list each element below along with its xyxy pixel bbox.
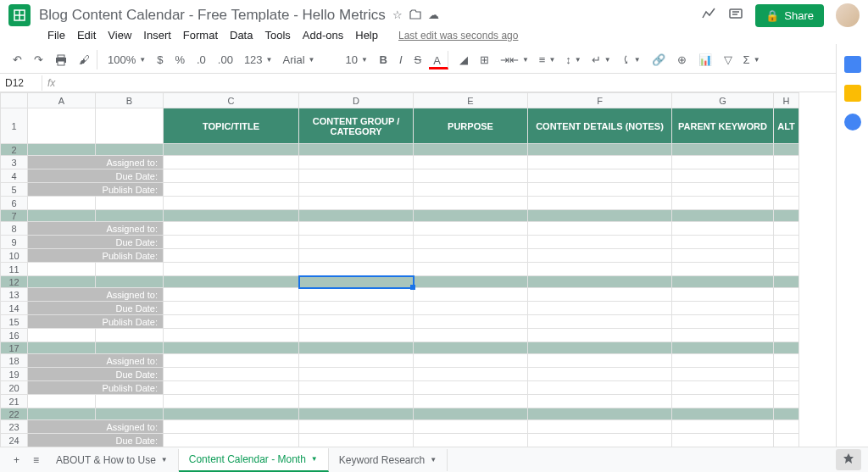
cell[interactable] — [164, 342, 299, 354]
cell[interactable] — [414, 169, 528, 183]
cell[interactable] — [414, 395, 528, 408]
explore-button[interactable] — [836, 449, 861, 470]
cell[interactable] — [528, 249, 672, 263]
cell[interactable] — [528, 420, 672, 434]
cell[interactable]: Assigned to: — [28, 222, 164, 236]
cell[interactable] — [528, 381, 672, 395]
cell[interactable] — [414, 420, 528, 434]
cell[interactable]: Assigned to: — [28, 288, 164, 302]
cell[interactable]: PARENT KEYWORD — [672, 108, 774, 144]
cell[interactable] — [299, 434, 414, 447]
cell[interactable] — [299, 144, 414, 156]
row-header[interactable]: 15 — [1, 315, 28, 329]
account-avatar[interactable] — [836, 3, 860, 27]
cell[interactable] — [414, 381, 528, 395]
keep-addon-icon[interactable] — [844, 85, 861, 102]
cell[interactable] — [774, 315, 799, 329]
cell[interactable] — [96, 329, 164, 342]
cell[interactable] — [414, 408, 528, 420]
cell[interactable] — [672, 420, 774, 434]
cell[interactable] — [96, 276, 164, 288]
functions-button[interactable]: Σ▼ — [740, 52, 764, 68]
cell[interactable]: Assigned to: — [28, 156, 164, 169]
cell[interactable] — [774, 302, 799, 315]
cell[interactable] — [672, 329, 774, 342]
cell[interactable] — [299, 420, 414, 434]
cell[interactable] — [774, 169, 799, 183]
cell[interactable] — [164, 236, 299, 249]
cell[interactable] — [528, 169, 672, 183]
cell[interactable]: Due Date: — [28, 236, 164, 249]
cell[interactable]: Due Date: — [28, 434, 164, 447]
menu-edit[interactable]: Edit — [72, 27, 101, 43]
cell[interactable] — [164, 302, 299, 315]
cell[interactable] — [774, 288, 799, 302]
font-dropdown[interactable]: Arial▼ — [280, 52, 339, 68]
cell[interactable] — [28, 395, 96, 408]
menu-addons[interactable]: Add-ons — [298, 27, 348, 43]
format-dropdown[interactable]: 123▼ — [241, 52, 276, 68]
cell[interactable] — [528, 342, 672, 354]
bold-button[interactable]: B — [376, 50, 392, 69]
cell[interactable] — [96, 108, 164, 144]
cell[interactable] — [528, 276, 672, 288]
cell[interactable] — [414, 156, 528, 169]
menu-view[interactable]: View — [103, 27, 136, 43]
share-button[interactable]: 🔒 Share — [755, 4, 824, 27]
cell[interactable] — [299, 381, 414, 395]
cell[interactable] — [672, 395, 774, 408]
cell[interactable] — [96, 408, 164, 420]
cell[interactable] — [774, 395, 799, 408]
cell[interactable] — [774, 210, 799, 222]
menu-file[interactable]: File — [42, 27, 70, 43]
cell[interactable] — [28, 329, 96, 342]
cell[interactable] — [672, 408, 774, 420]
wrap-button[interactable]: ↵▼ — [588, 52, 615, 68]
cell[interactable] — [28, 263, 96, 276]
col-header[interactable]: B — [96, 93, 164, 108]
cell[interactable] — [164, 315, 299, 329]
move-icon[interactable] — [409, 8, 421, 23]
cell[interactable] — [528, 156, 672, 169]
all-sheets-button[interactable]: ≡ — [26, 451, 46, 469]
halign-button[interactable]: ≡▼ — [536, 52, 559, 68]
cell[interactable] — [528, 329, 672, 342]
cell[interactable]: CONTENT GROUP / CATEGORY — [299, 108, 414, 144]
menu-help[interactable]: Help — [350, 27, 383, 43]
cell[interactable] — [528, 434, 672, 447]
cell[interactable] — [528, 315, 672, 329]
cell[interactable] — [414, 342, 528, 354]
cell[interactable] — [164, 263, 299, 276]
cell[interactable] — [299, 263, 414, 276]
cell[interactable] — [414, 197, 528, 210]
col-header[interactable]: G — [672, 93, 774, 108]
cell[interactable] — [528, 263, 672, 276]
fill-color-button[interactable]: ◢ — [455, 50, 472, 69]
cell[interactable] — [299, 368, 414, 381]
cell[interactable] — [414, 249, 528, 263]
cell[interactable] — [672, 210, 774, 222]
cell[interactable] — [414, 210, 528, 222]
cell[interactable] — [28, 276, 96, 288]
row-header[interactable]: 20 — [1, 381, 28, 395]
merge-button[interactable]: ⇥⇤▼ — [497, 52, 532, 68]
cell[interactable] — [299, 395, 414, 408]
percent-button[interactable]: % — [170, 50, 189, 69]
col-header[interactable]: F — [528, 93, 672, 108]
row-header[interactable]: 22 — [1, 408, 28, 420]
cell[interactable] — [164, 156, 299, 169]
zoom-dropdown[interactable]: 100%▼ — [104, 52, 149, 68]
cell[interactable]: Publish Date: — [28, 183, 164, 197]
cell[interactable] — [414, 368, 528, 381]
filter-button[interactable]: ▽ — [720, 50, 737, 69]
cell[interactable] — [299, 210, 414, 222]
cell[interactable] — [672, 222, 774, 236]
cell[interactable]: Publish Date: — [28, 249, 164, 263]
cell[interactable] — [774, 329, 799, 342]
name-box[interactable]: D12 — [0, 75, 42, 91]
text-color-button[interactable]: A — [429, 51, 448, 69]
cell[interactable] — [164, 368, 299, 381]
cell[interactable] — [164, 329, 299, 342]
cell[interactable] — [672, 381, 774, 395]
strike-button[interactable]: S — [410, 50, 426, 69]
